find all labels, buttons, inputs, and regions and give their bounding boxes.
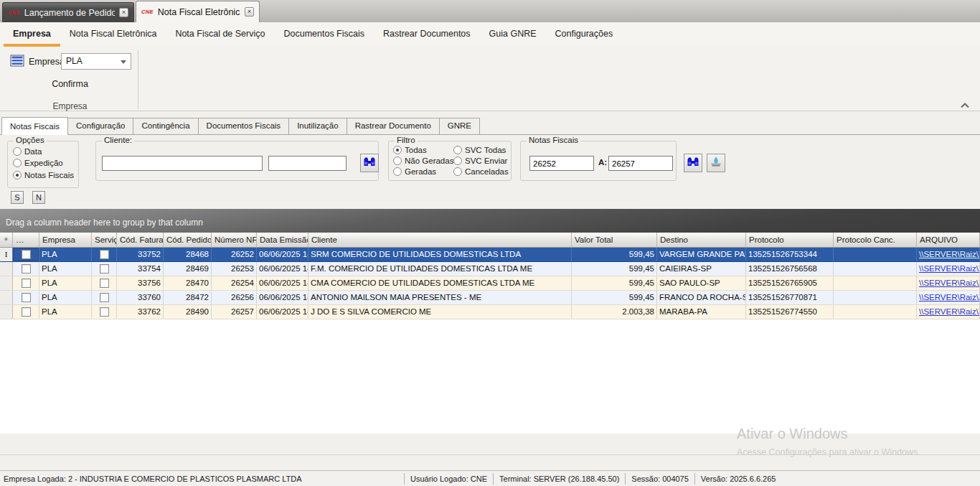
col-header-valor-total[interactable]: Valor Total bbox=[572, 233, 657, 248]
col-header-empresa[interactable]: Empresa bbox=[39, 233, 92, 248]
servico-checkbox[interactable] bbox=[100, 279, 109, 288]
row-checkbox[interactable] bbox=[22, 307, 31, 317]
radio-svc-todas[interactable]: SVC Todas bbox=[453, 146, 506, 154]
row-checkbox[interactable] bbox=[22, 250, 31, 259]
col-header-cod-fatura[interactable]: Cód. Fatura bbox=[117, 233, 164, 248]
row-checkbox[interactable] bbox=[22, 279, 31, 288]
row-indicator bbox=[0, 305, 13, 319]
menu-configuracoes[interactable]: Configurações bbox=[546, 22, 623, 47]
cliente-code-input[interactable] bbox=[102, 156, 263, 171]
tab-notas-fiscais[interactable]: Notas Fiscais bbox=[1, 117, 68, 135]
col-header-numero-nf[interactable]: Número NF bbox=[212, 233, 257, 248]
cell-servico[interactable] bbox=[92, 276, 117, 290]
menu-empresa[interactable]: Empresa bbox=[4, 22, 60, 47]
servico-checkbox[interactable] bbox=[100, 293, 109, 302]
table-row[interactable]: PLA 33760 28472 26256 06/06/2025 14 ANTO… bbox=[0, 291, 980, 305]
radio-canceladas[interactable]: Canceladas bbox=[453, 167, 509, 176]
row-select-cell[interactable] bbox=[13, 291, 39, 304]
col-header-indicator[interactable]: ✳ bbox=[0, 233, 13, 248]
cne-logo-icon: CNE bbox=[141, 9, 154, 15]
print-danfe-button[interactable] bbox=[707, 154, 725, 172]
arquivo-link[interactable]: \\SERVER\Raiz\X bbox=[919, 250, 980, 258]
servico-checkbox[interactable] bbox=[100, 264, 109, 274]
menu-nota-fiscal-de-servico[interactable]: Nota Fiscal de Serviço bbox=[166, 22, 274, 47]
cell-servico[interactable] bbox=[92, 291, 117, 304]
arquivo-link[interactable]: \\SERVER\Raiz\X bbox=[919, 293, 980, 302]
row-select-cell[interactable] bbox=[13, 262, 39, 276]
col-header-data-emissao[interactable]: Data Emissão bbox=[257, 233, 308, 248]
radio-button-icon[interactable] bbox=[13, 159, 22, 167]
close-tab-icon[interactable]: × bbox=[245, 7, 254, 17]
window-tab-lancamento-pedidos[interactable]: CNE Lançamento de Pedidos × bbox=[2, 2, 134, 22]
cell-servico[interactable] bbox=[92, 248, 117, 261]
nf-to-input[interactable] bbox=[608, 156, 673, 171]
close-tab-icon[interactable]: × bbox=[119, 8, 128, 17]
nf-search-button[interactable] bbox=[684, 154, 702, 172]
servico-checkbox[interactable] bbox=[100, 250, 109, 259]
radio-data[interactable]: Data bbox=[13, 147, 42, 156]
n-button[interactable]: N bbox=[32, 191, 45, 204]
window-tab-label: Lançamento de Pedidos bbox=[24, 8, 115, 18]
radio-label: SVC Todas bbox=[465, 146, 506, 154]
col-header-arquivo[interactable]: ARQUIVO bbox=[917, 233, 980, 248]
menu-nota-fiscal-eletronica[interactable]: Nota Fiscal Eletrônica bbox=[60, 22, 166, 47]
col-header-cod-pedido[interactable]: Cód. Pedido bbox=[164, 233, 212, 248]
s-button[interactable]: S bbox=[11, 191, 24, 204]
radio-todas[interactable]: Todas bbox=[393, 146, 427, 154]
table-row[interactable]: PLA 33754 28469 26253 06/06/2025 14 F.M.… bbox=[0, 262, 980, 276]
col-header-protocolo[interactable]: Protocolo bbox=[746, 233, 834, 248]
table-row[interactable]: PLA 33756 28470 26254 06/06/2025 14 CMA … bbox=[0, 276, 980, 291]
tab-gnre[interactable]: GNRE bbox=[439, 118, 480, 134]
radio-button-icon[interactable] bbox=[393, 146, 402, 154]
arquivo-link[interactable]: \\SERVER\Raiz\X bbox=[919, 264, 980, 273]
table-row[interactable]: I PLA 33752 28468 26252 06/06/2025 14 SR… bbox=[0, 248, 980, 262]
tab-inutilizacao[interactable]: Inutilização bbox=[288, 118, 347, 134]
menu-rastrear-documentos[interactable]: Rastrear Documentos bbox=[374, 22, 480, 47]
confirma-button[interactable]: Confirma bbox=[11, 79, 129, 89]
radio-button-icon[interactable] bbox=[453, 167, 462, 176]
cell-servico[interactable] bbox=[92, 305, 117, 319]
radio-button-icon[interactable] bbox=[13, 171, 22, 179]
printer-flame-icon bbox=[710, 156, 722, 170]
radio-geradas[interactable]: Geradas bbox=[393, 167, 436, 176]
collapse-ribbon-icon[interactable] bbox=[960, 99, 970, 112]
col-header-destino[interactable]: Destino bbox=[657, 233, 746, 248]
radio-button-icon[interactable] bbox=[13, 147, 22, 156]
col-header-cliente[interactable]: Cliente bbox=[308, 233, 572, 248]
radio-expedicao[interactable]: Expedição bbox=[13, 159, 63, 167]
row-select-cell[interactable] bbox=[13, 248, 39, 261]
window-tab-nota-fiscal-eletronica[interactable]: CNE Nota Fiscal Eletrônica × bbox=[136, 1, 260, 22]
tab-configuracao[interactable]: Configuração bbox=[67, 118, 133, 134]
row-checkbox[interactable] bbox=[22, 293, 31, 302]
tab-contingencia[interactable]: Contingência bbox=[133, 118, 198, 134]
menu-guia-gnre[interactable]: Guia GNRE bbox=[480, 22, 546, 47]
col-header-protocolo-canc[interactable]: Protocolo Canc. bbox=[834, 233, 917, 248]
nf-from-input[interactable] bbox=[529, 156, 594, 171]
arquivo-link[interactable]: \\SERVER\Raiz\X bbox=[919, 307, 980, 316]
col-header-servico[interactable]: Serviço bbox=[92, 233, 117, 248]
radio-button-icon[interactable] bbox=[453, 146, 462, 154]
tab-documentos-fiscais[interactable]: Documentos Fiscais bbox=[198, 118, 290, 134]
radio-notas-fiscais[interactable]: Notas Fiscais bbox=[13, 171, 74, 179]
radio-button-icon[interactable] bbox=[453, 156, 462, 165]
row-select-cell[interactable] bbox=[13, 305, 39, 319]
radio-svc-enviar[interactable]: SVC Enviar bbox=[453, 156, 507, 165]
row-select-cell[interactable] bbox=[13, 276, 39, 290]
table-row[interactable]: PLA 33762 28490 26257 06/06/2025 14 J DO… bbox=[0, 305, 980, 319]
radio-button-icon[interactable] bbox=[393, 167, 402, 176]
radio-label: Expedição bbox=[24, 159, 63, 167]
col-header-select[interactable]: … bbox=[13, 233, 39, 248]
cliente-name-input[interactable] bbox=[268, 156, 347, 171]
arquivo-link[interactable]: \\SERVER\Raiz\X bbox=[919, 279, 980, 287]
radio-button-icon[interactable] bbox=[393, 156, 402, 165]
cell-protocolo-canc bbox=[834, 305, 917, 319]
menu-documentos-fiscais[interactable]: Documentos Fiscais bbox=[274, 22, 374, 47]
radio-nao-geradas[interactable]: Não Geradas bbox=[393, 156, 453, 165]
row-checkbox[interactable] bbox=[22, 264, 31, 274]
cliente-search-button[interactable] bbox=[360, 154, 379, 172]
group-by-bar[interactable]: Drag a column header here to group by th… bbox=[0, 209, 980, 233]
tab-rastrear-documento[interactable]: Rastrear Documento bbox=[347, 118, 440, 134]
servico-checkbox[interactable] bbox=[100, 307, 109, 317]
empresa-dropdown[interactable]: PLA bbox=[61, 53, 131, 70]
cell-servico[interactable] bbox=[92, 262, 117, 276]
